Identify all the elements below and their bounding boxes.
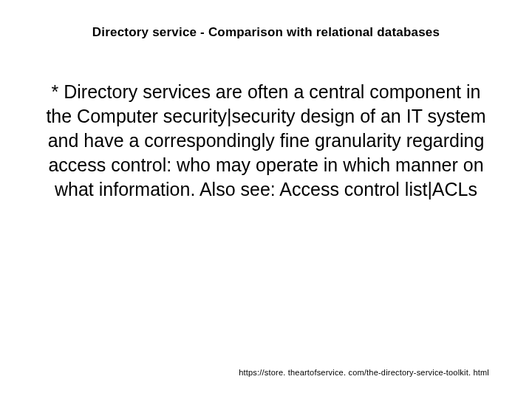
slide: Directory service - Comparison with rela…: [0, 0, 532, 399]
slide-title: Directory service - Comparison with rela…: [0, 25, 532, 40]
slide-footer-url: https://store. theartofservice. com/the-…: [239, 368, 489, 377]
slide-body-text: * Directory services are often a central…: [44, 80, 488, 202]
